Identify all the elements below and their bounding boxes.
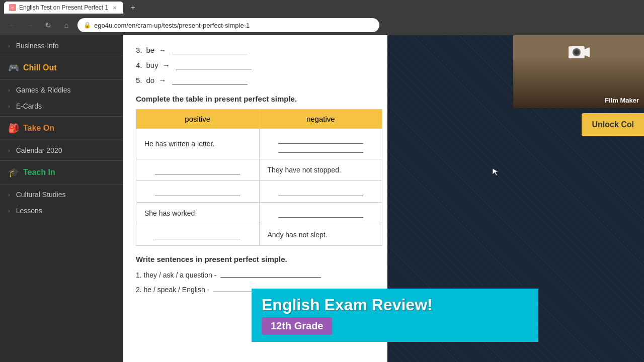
sidebar-item-take-on[interactable]: 🎒 Take On <box>0 119 123 138</box>
table-header-positive: positive <box>136 110 260 129</box>
sentence-num: 1. <box>136 271 142 279</box>
blank-line <box>155 230 240 239</box>
sidebar-label: Calendar 2020 <box>16 146 62 154</box>
exercise-verb: do <box>146 76 155 84</box>
table-row-4: She has worked. <box>136 203 382 224</box>
sidebar-divider <box>0 56 123 56</box>
table-row-2: They have not stopped. <box>136 159 382 181</box>
tab-favicon: e <box>9 4 16 11</box>
sidebar: › Business-Info 🎮 Chill Out › Games & Ri… <box>0 35 123 362</box>
cursor <box>492 167 497 172</box>
address-bar[interactable]: 🔒 ego4u.com/en/cram-up/tests/present-per… <box>77 18 379 32</box>
exercise-answer-input-4[interactable] <box>176 60 252 69</box>
sidebar-item-calendar[interactable]: › Calendar 2020 <box>0 142 123 158</box>
sentence-blank-1[interactable] <box>220 269 321 278</box>
exercise-arrow: → <box>158 76 166 84</box>
table-cell-positive-3[interactable] <box>136 181 260 203</box>
unlock-col-button[interactable]: Unlock Col <box>582 113 644 136</box>
table-row-1: He has written a letter. <box>136 129 382 159</box>
table-cell-positive-4: She has worked. <box>136 203 260 224</box>
blank-line <box>278 209 363 218</box>
svg-marker-3 <box>585 47 590 57</box>
sidebar-divider-2 <box>0 79 123 80</box>
sidebar-divider-4 <box>0 140 123 140</box>
svg-marker-4 <box>493 168 499 175</box>
arrow-icon: › <box>8 208 10 214</box>
table-header-negative: negative <box>259 110 382 129</box>
sidebar-item-ecards[interactable]: › E-Cards <box>0 98 123 114</box>
take-on-icon: 🎒 <box>8 123 19 134</box>
exercise-verb: buy <box>146 61 158 69</box>
url-text: ego4u.com/en/cram-up/tests/present-perfe… <box>94 22 250 29</box>
table-cell-positive-2[interactable] <box>136 159 260 181</box>
arrow-icon: › <box>8 43 10 49</box>
sentence-text: he / speak / English - <box>144 286 210 294</box>
sidebar-item-teach-in[interactable]: 🎓 Teach In <box>0 163 123 182</box>
exercise-verb: be <box>146 46 155 54</box>
sidebar-item-cultural-studies[interactable]: › Cultural Studies <box>0 187 123 203</box>
exercise-arrow: → <box>163 61 170 69</box>
home-button[interactable]: ⌂ <box>59 18 73 32</box>
exercise-answer-input-5[interactable] <box>172 75 248 84</box>
table-row-3 <box>136 181 382 203</box>
arrow-icon: › <box>8 192 10 198</box>
table-cell-positive-5[interactable] <box>136 224 260 246</box>
video-overlay: Film Maker Unlock Col English Exam Revie… <box>387 35 644 362</box>
new-tab-button[interactable]: + <box>127 2 138 13</box>
table-row-5: Andy has not slept. <box>136 224 382 246</box>
sidebar-divider-3 <box>0 116 123 117</box>
exercise-arrow: → <box>158 46 166 54</box>
table-cell-negative-3[interactable] <box>259 181 382 203</box>
page-content: 3. be → 4. buy → 5. do → Complete the ta… <box>123 35 644 362</box>
table-cell-positive-1: He has written a letter. <box>136 129 260 159</box>
sentence-num: 2. <box>136 286 142 294</box>
reload-button[interactable]: ↻ <box>41 18 55 32</box>
blank-line <box>155 165 240 174</box>
main-area: › Business-Info 🎮 Chill Out › Games & Ri… <box>0 35 644 362</box>
sidebar-item-games-riddles[interactable]: › Games & Riddles <box>0 82 123 98</box>
address-bar-row: ← → ↻ ⌂ 🔒 ego4u.com/en/cram-up/tests/pre… <box>0 15 644 35</box>
tab-title: English Test on Present Perfect 1 <box>19 4 108 11</box>
blank-line <box>278 135 363 144</box>
arrow-icon: › <box>8 147 10 153</box>
webcam-label: Film Maker <box>605 97 639 104</box>
sidebar-label: Lessons <box>16 207 42 215</box>
chill-out-icon: 🎮 <box>8 62 19 73</box>
blank-line <box>155 187 240 196</box>
sidebar-item-business-info[interactable]: › Business-Info <box>0 38 123 54</box>
lock-icon: 🔒 <box>84 22 91 29</box>
sidebar-label: Take On <box>23 124 54 133</box>
grammar-table: positive negative He has written a lette… <box>136 109 382 246</box>
webcam-container: Film Maker <box>513 35 644 108</box>
sidebar-item-lessons[interactable]: › Lessons <box>0 203 123 219</box>
camera-icon <box>566 40 591 65</box>
sidebar-label: Teach In <box>23 168 55 177</box>
exercise-num: 5. <box>136 76 142 84</box>
browser-tab[interactable]: e English Test on Present Perfect 1 ✕ <box>4 2 123 14</box>
exercise-num: 3. <box>136 46 142 54</box>
banner-overlay: English Exam Review! 12th Grade <box>252 289 538 342</box>
exercise-num: 4. <box>136 61 142 69</box>
table-cell-negative-2: They have not stopped. <box>259 159 382 181</box>
table-cell-negative-4[interactable] <box>259 203 382 224</box>
sidebar-divider-6 <box>0 184 123 185</box>
banner-grade: 12th Grade <box>262 317 332 335</box>
sidebar-divider-5 <box>0 160 123 161</box>
exercise-answer-input-3[interactable] <box>172 45 248 54</box>
sentence-text: they / ask / a question - <box>144 271 217 279</box>
sidebar-label: Games & Riddles <box>16 86 71 94</box>
back-button[interactable]: ← <box>5 18 19 32</box>
sidebar-label: Business-Info <box>16 42 59 50</box>
blank-line <box>278 187 363 196</box>
sidebar-label: Chill Out <box>23 63 57 72</box>
forward-button[interactable]: → <box>23 18 37 32</box>
banner-title: English Exam Review! <box>262 296 528 314</box>
arrow-icon: › <box>8 87 10 93</box>
arrow-icon: › <box>8 103 10 109</box>
sidebar-item-chill-out[interactable]: 🎮 Chill Out <box>0 58 123 77</box>
tab-close-button[interactable]: ✕ <box>111 4 118 11</box>
table-cell-negative-1[interactable] <box>259 129 382 159</box>
table-cell-negative-5: Andy has not slept. <box>259 224 382 246</box>
svg-point-2 <box>574 50 579 55</box>
blank-line <box>278 144 363 153</box>
